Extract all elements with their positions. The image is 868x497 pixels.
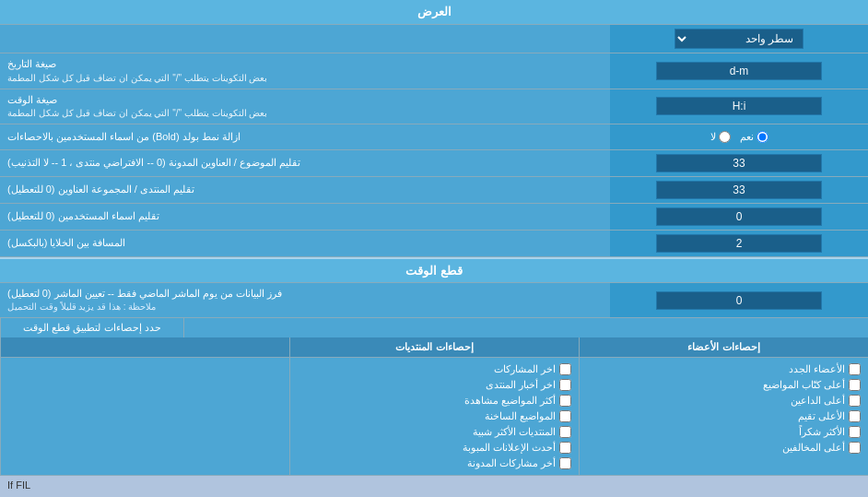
checkbox-most-viewed-label: أكثر المواضيع مشاهدة — [464, 395, 556, 407]
bold-label: ازالة نمط بولد (Bold) من اسماء المستخدمي… — [0, 124, 610, 149]
time-format-input[interactable] — [656, 97, 822, 115]
limit-label: حدد إحصاءات لتطبيق قطع الوقت — [0, 318, 184, 337]
date-format-label: صيغة التاريخ — [7, 57, 56, 71]
checkbox-last-posts-label: اخر المشاركات — [494, 363, 556, 375]
checkbox-latest-classifieds[interactable] — [559, 442, 571, 454]
checkbox-top-inviters[interactable] — [849, 395, 861, 407]
single-line-input-cell: سطر واحد — [610, 25, 868, 53]
checkbox-most-thanked[interactable] — [849, 426, 861, 438]
checkbox-item: أعلى الداعين — [587, 393, 861, 408]
trim-usernames-input[interactable] — [656, 207, 822, 226]
trim-forum-input-cell — [610, 177, 868, 203]
realtime-filter-note: ملاحظة : هذا قد يزيد قليلاً وقت التحميل — [7, 301, 156, 314]
time-format-input-cell — [610, 89, 868, 124]
time-format-label: صيغة الوقت — [7, 93, 57, 107]
checkbox-last-news[interactable] — [559, 379, 571, 391]
cell-spacing-input[interactable] — [656, 234, 822, 253]
checkbox-top-rated[interactable] — [849, 410, 861, 422]
trim-forum-input[interactable] — [656, 181, 822, 199]
checkbox-col-members: الأعضاء الجدد أعلى كتّاب المواضيع أعلى ا… — [579, 358, 868, 475]
trim-forum-label: تقليم المنتدى / المجموعة العناوين (0 للت… — [0, 177, 610, 203]
date-format-input-cell — [610, 53, 868, 88]
checkbox-item: أعلى كتّاب المواضيع — [587, 377, 861, 393]
time-format-sublabel: بعض التكوينات يتطلب "/" التي يمكن ان تضا… — [7, 107, 267, 120]
time-format-label-cell: صيغة الوقت بعض التكوينات يتطلب "/" التي … — [0, 89, 610, 124]
checkbox-top-posters[interactable] — [849, 379, 861, 391]
col2-header: إحصاءات المنتديات — [289, 337, 579, 357]
checkbox-item: الأعلى تقيم — [587, 408, 861, 424]
realtime-filter-input-cell — [610, 283, 868, 317]
checkbox-item: أحدث الإعلانات المبوبة — [298, 440, 571, 456]
checkbox-last-news-label: اخر أخبار المنتدى — [486, 379, 556, 391]
footer-note: If FIL — [0, 476, 868, 494]
checkbox-last-posts[interactable] — [559, 363, 571, 375]
checkbox-last-blog-posts-label: أخر مشاركات المدونة — [467, 457, 556, 469]
page-title: العرض — [0, 0, 868, 24]
checkbox-most-similar-label: المنتديات الأكثر شبية — [473, 426, 556, 438]
single-line-label — [0, 25, 610, 53]
realtime-filter-label: فرز البيانات من يوم الماشر الماضي فقط --… — [7, 287, 282, 301]
checkbox-item: اخر المشاركات — [298, 361, 571, 377]
trim-subject-label: تقليم الموضوع / العناوين المدونة (0 -- ا… — [0, 150, 610, 176]
checkbox-item: المنتديات الأكثر شبية — [298, 424, 571, 440]
trim-usernames-input-cell — [610, 204, 868, 230]
checkbox-top-violators-label: أعلى المخالفين — [782, 442, 845, 454]
cell-spacing-input-cell — [610, 231, 868, 256]
single-line-select[interactable]: سطر واحد — [674, 29, 803, 49]
checkbox-latest-classifieds-label: أحدث الإعلانات المبوبة — [463, 442, 556, 454]
col3-header — [0, 337, 289, 357]
bold-no-label[interactable]: لا — [710, 131, 731, 143]
checkbox-most-viewed[interactable] — [559, 395, 571, 407]
date-format-input[interactable] — [656, 62, 822, 80]
checkbox-item: الأعضاء الجدد — [587, 361, 861, 377]
checkbox-top-posters-label: أعلى كتّاب المواضيع — [763, 379, 845, 391]
date-format-label-cell: صيغة التاريخ بعض التكوينات يتطلب "/" الت… — [0, 53, 610, 88]
bold-radio-cell: نعم لا — [610, 124, 868, 149]
checkbox-new-members[interactable] — [849, 363, 861, 375]
col1-header: إحصاءات الأعضاء — [579, 337, 868, 357]
checkbox-top-rated-label: الأعلى تقيم — [798, 410, 845, 422]
realtime-section-header: قطع الوقت — [0, 257, 868, 283]
checkbox-most-thanked-label: الأكثر شكراً — [799, 426, 845, 438]
checkbox-col-forums: اخر المشاركات اخر أخبار المنتدى أكثر الم… — [289, 358, 579, 475]
checkbox-last-blog-posts[interactable] — [559, 457, 571, 469]
checkbox-top-violators[interactable] — [849, 442, 861, 454]
trim-subject-input[interactable] — [656, 154, 822, 172]
checkbox-item: الأكثر شكراً — [587, 424, 861, 440]
date-format-sublabel: بعض التكوينات يتطلب "/" التي يمكن ان تضا… — [7, 72, 267, 85]
checkbox-item: أكثر المواضيع مشاهدة — [298, 393, 571, 408]
trim-subject-input-cell — [610, 150, 868, 176]
realtime-filter-input[interactable] — [656, 291, 822, 310]
checkbox-new-members-label: الأعضاء الجدد — [789, 363, 845, 375]
checkbox-hot-topics[interactable] — [559, 410, 571, 422]
checkbox-item: اخر أخبار المنتدى — [298, 377, 571, 393]
checkbox-item: أخر مشاركات المدونة — [298, 456, 571, 471]
cell-spacing-label: المسافة بين الخلايا (بالبكسل) — [0, 231, 610, 256]
realtime-filter-label-cell: فرز البيانات من يوم الماشر الماضي فقط --… — [0, 283, 610, 317]
bold-yes-label[interactable]: نعم — [740, 131, 768, 143]
checkbox-item: المواضيع الساخنة — [298, 408, 571, 424]
trim-usernames-label: تقليم اسماء المستخدمين (0 للتعطيل) — [0, 204, 610, 230]
checkbox-col-empty — [0, 358, 289, 475]
bold-no-radio[interactable] — [719, 131, 731, 143]
checkbox-item: أعلى المخالفين — [587, 440, 861, 456]
checkbox-top-inviters-label: أعلى الداعين — [791, 395, 845, 407]
checkbox-hot-topics-label: المواضيع الساخنة — [485, 410, 556, 422]
checkbox-most-similar[interactable] — [559, 426, 571, 438]
bold-yes-radio[interactable] — [757, 131, 768, 143]
